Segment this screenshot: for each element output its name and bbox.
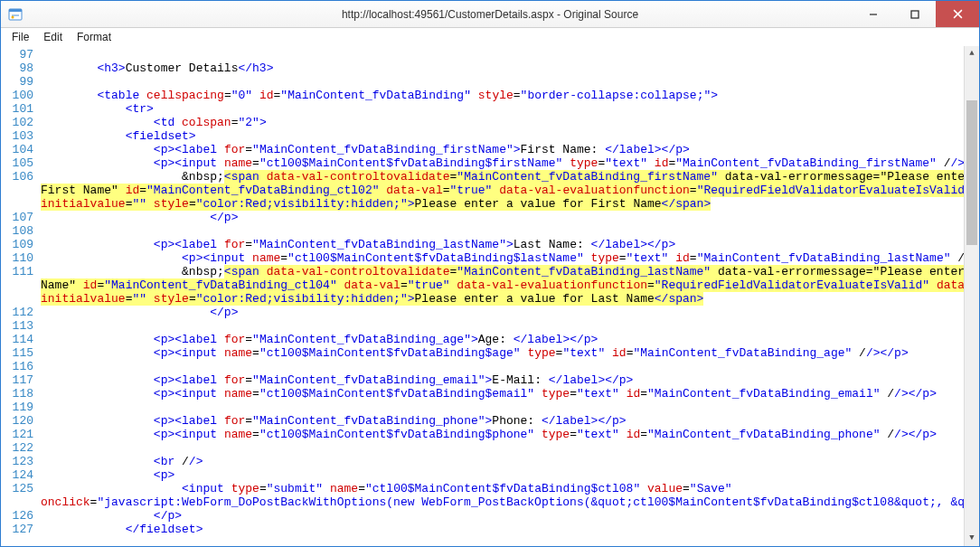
svg-rect-1 bbox=[9, 9, 22, 12]
scroll-up-arrow[interactable]: ▲ bbox=[965, 46, 979, 61]
code-area[interactable]: <h3>Customer Details</h3> <table cellspa… bbox=[37, 46, 964, 546]
vertical-scrollbar[interactable]: ▲ ▼ bbox=[964, 46, 979, 546]
menu-file[interactable]: File bbox=[5, 29, 36, 45]
line-number-gutter: 9798991001011021031041051061071081091101… bbox=[1, 46, 37, 546]
minimize-button[interactable] bbox=[853, 1, 894, 27]
svg-rect-4 bbox=[911, 11, 919, 18]
app-icon bbox=[8, 7, 23, 22]
close-button[interactable] bbox=[936, 1, 979, 27]
window-controls bbox=[853, 1, 979, 27]
maximize-button[interactable] bbox=[894, 1, 936, 27]
menu-format[interactable]: Format bbox=[70, 29, 118, 45]
scroll-thumb[interactable] bbox=[966, 100, 977, 245]
menu-edit[interactable]: Edit bbox=[36, 29, 70, 45]
titlebar: http://localhost:49561/CustomerDetails.a… bbox=[1, 1, 979, 28]
svg-point-2 bbox=[12, 15, 14, 18]
source-editor: 9798991001011021031041051061071081091101… bbox=[1, 46, 979, 546]
scroll-down-arrow[interactable]: ▼ bbox=[965, 531, 979, 546]
window-title: http://localhost:49561/CustomerDetails.a… bbox=[1, 8, 979, 21]
menubar: File Edit Format bbox=[1, 28, 979, 46]
